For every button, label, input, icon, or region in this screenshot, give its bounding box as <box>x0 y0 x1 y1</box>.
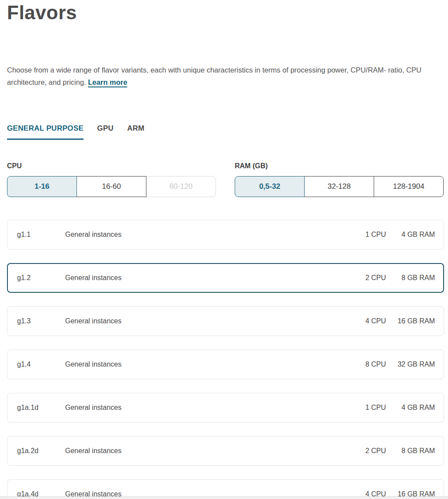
flavor-type: General instances <box>65 317 122 325</box>
flavor-name: g1.2 <box>17 274 65 282</box>
flavor-ram: 8 GB RAM <box>386 447 435 455</box>
ram-option-0-5-32[interactable]: 0,5-32 <box>235 176 305 197</box>
flavor-name: g1.3 <box>17 317 65 325</box>
flavor-cpu: 2 CPU <box>365 447 386 455</box>
ram-segmented-control: 0,5-32 32-128 128-1904 <box>235 176 444 197</box>
cpu-filter-label: CPU <box>7 162 216 170</box>
flavor-cpu: 2 CPU <box>365 274 386 282</box>
ram-filter-label: RAM (GB) <box>235 162 444 170</box>
filters-row: CPU 1-16 16-60 60-120 RAM (GB) 0,5-32 32… <box>7 162 444 198</box>
ram-option-128-1904[interactable]: 128-1904 <box>374 176 444 197</box>
cpu-option-60-120[interactable]: 60-120 <box>146 176 216 197</box>
flavor-ram: 4 GB RAM <box>386 231 435 239</box>
flavor-cpu: 1 CPU <box>365 231 386 239</box>
cpu-filter-group: CPU 1-16 16-60 60-120 <box>7 162 216 197</box>
flavor-ram: 16 GB RAM <box>386 317 435 325</box>
flavor-type: General instances <box>65 274 122 282</box>
description-text: Choose from a wide range of flavor varia… <box>7 66 421 86</box>
flavor-type: General instances <box>65 231 122 239</box>
flavor-card-g1a-1d[interactable]: g1a.1d General instances 1 CPU 4 GB RAM <box>7 393 444 423</box>
flavor-list: g1.1 General instances 1 CPU 4 GB RAM g1… <box>7 220 444 499</box>
flavor-name: g1.1 <box>17 231 65 239</box>
tab-general-purpose[interactable]: GENERAL PURPOSE <box>7 124 83 140</box>
flavor-card-g1-4[interactable]: g1.4 General instances 8 CPU 32 GB RAM <box>7 350 444 379</box>
tab-arm[interactable]: ARM <box>127 124 145 140</box>
cpu-option-1-16[interactable]: 1-16 <box>7 176 77 197</box>
flavor-ram: 8 GB RAM <box>386 274 435 282</box>
page-description: Choose from a wide range of flavor varia… <box>7 64 446 88</box>
flavor-cpu: 8 CPU <box>365 360 386 368</box>
flavor-card-g1-1[interactable]: g1.1 General instances 1 CPU 4 GB RAM <box>7 220 444 250</box>
flavor-name: g1a.2d <box>17 447 65 455</box>
flavor-cpu: 4 CPU <box>365 317 386 325</box>
flavor-category-tabs: GENERAL PURPOSE GPU ARM <box>7 124 145 140</box>
flavor-card-g1-2[interactable]: g1.2 General instances 2 CPU 8 GB RAM <box>7 263 444 293</box>
viewport-bottom-edge <box>0 496 448 499</box>
flavor-type: General instances <box>65 447 122 455</box>
tab-gpu[interactable]: GPU <box>97 124 114 140</box>
flavor-type: General instances <box>65 360 122 368</box>
flavor-cpu: 1 CPU <box>365 404 386 412</box>
page-title: Flavors <box>7 2 77 24</box>
ram-option-32-128[interactable]: 32-128 <box>304 176 374 197</box>
flavor-name: g1a.1d <box>17 404 65 412</box>
learn-more-link[interactable]: Learn more <box>88 78 127 86</box>
flavor-card-g1-3[interactable]: g1.3 General instances 4 CPU 16 GB RAM <box>7 306 444 336</box>
flavor-ram: 4 GB RAM <box>386 404 435 412</box>
flavor-ram: 32 GB RAM <box>386 360 435 368</box>
flavor-type: General instances <box>65 404 122 412</box>
flavor-card-g1a-2d[interactable]: g1a.2d General instances 2 CPU 8 GB RAM <box>7 436 444 466</box>
flavors-page: Flavors Choose from a wide range of flav… <box>0 0 448 499</box>
ram-filter-group: RAM (GB) 0,5-32 32-128 128-1904 <box>235 162 444 197</box>
cpu-option-16-60[interactable]: 16-60 <box>76 176 146 197</box>
cpu-segmented-control: 1-16 16-60 60-120 <box>7 176 216 197</box>
flavor-name: g1.4 <box>17 360 65 368</box>
